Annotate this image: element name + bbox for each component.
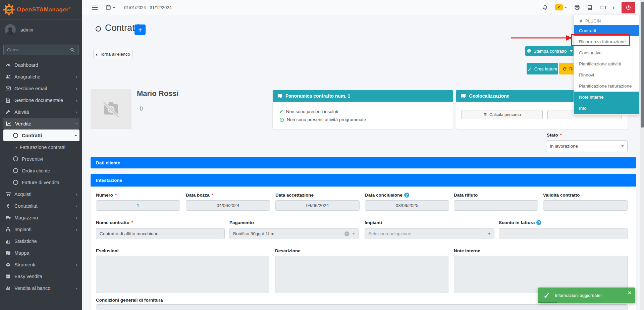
page-title: Contratti [105,23,139,33]
note-interne-label: Note interne [454,248,480,253]
back-to-list-button[interactable]: ‹ Torna all'elenco [93,49,132,59]
search-button[interactable] [66,45,79,55]
chart-line-icon [6,121,12,126]
impianti-add-button[interactable]: + [484,228,494,239]
condizioni-textarea[interactable] [96,304,628,310]
descrizione-label: Descrizione [275,248,301,253]
data-rifiuto-input[interactable] [454,200,538,211]
map-icon [461,93,466,98]
esclusioni-textarea[interactable] [96,256,269,293]
help-icon[interactable]: ? [404,193,409,198]
sidebar-item-dashboard[interactable]: Dashboard [0,59,82,71]
sidebar-item-contabilita[interactable]: € Contabilità ‹ [0,200,82,212]
sidebar-item-contratti[interactable]: Contratti ‹ [3,130,79,141]
date-range[interactable]: 01/01/2024 - 31/12/2024 [124,5,172,10]
sidebar-item-vendite[interactable]: Vendite ‹ [3,118,79,130]
create-invoice-button[interactable]: Crea fattura [527,63,558,74]
sconto-input[interactable] [499,228,628,239]
sidebar-item-attivita[interactable]: Attività ‹ [0,106,82,118]
plugin-item-rinnovi[interactable]: Rinnovi [574,69,639,81]
printer-icon [574,5,580,10]
sidebar-item-mappa[interactable]: Mappa [0,247,82,259]
nome-contratto-input[interactable] [96,228,225,239]
clock-icon [279,117,284,122]
sidebar-item-fatture-di-vendita[interactable]: Fatture di vendita [0,176,82,188]
clear-icon[interactable]: × [344,231,349,236]
plugin-item-note-interne[interactable]: Note interne [574,92,639,103]
app-window: OSM OpenSTAManager® admin Dashboard [0,0,644,310]
sidebar-item-fatturazione-contratti[interactable]: › Fatturazione contratti [0,141,82,153]
sidebar-item-statistiche[interactable]: Statistiche [0,235,82,247]
sidebar-item-magazzino[interactable]: Magazzino ‹ [0,212,82,223]
cart-icon [5,191,11,197]
plugin-item-consuntivo[interactable]: Consuntivo [574,47,639,58]
plugin-item-pianificazione-fatturazione[interactable]: Pianificazione fatturazione [574,81,639,92]
calendar-dropdown[interactable] [106,5,115,10]
record-type-icon [96,26,101,32]
circle-icon [13,180,18,185]
help-icon[interactable]: ? [536,220,541,225]
data-bozza-input[interactable] [186,200,270,211]
print-button[interactable] [574,5,580,10]
status-dropdown[interactable]: ✓ [555,4,567,10]
wrench-icon [5,109,11,115]
sidebar-item-ordini-cliente[interactable]: Ordini cliente [0,165,82,176]
search-input[interactable] [3,45,66,55]
stato-select[interactable]: In lavorazione [546,140,628,152]
sidebar-item-vendita-al-banco[interactable]: Vendita al banco ‹ [0,282,82,294]
print-contract-button[interactable]: Stampa contratto [525,46,574,56]
file-icon [5,98,11,103]
scrollbar-thumb[interactable] [641,2,644,127]
chevron-left-icon: ‹ [76,215,77,220]
validita-input[interactable] [543,200,628,211]
numero-input[interactable] [96,200,180,211]
notifications-button[interactable] [542,5,548,10]
brand[interactable]: OSM OpenSTAManager® [0,0,82,19]
descrizione-textarea[interactable] [275,256,448,293]
section-dati-cliente[interactable]: Dati cliente [91,157,636,168]
sidebar-item-easy-vendita[interactable]: Easy vendita [0,270,82,282]
toast-message: Informazioni aggiornate! [555,293,601,298]
data-accettazione-input[interactable] [275,200,360,211]
plugin-item-pianificazione-attivita[interactable]: Pianificazione attività [574,58,639,69]
power-icon [626,5,631,10]
plugin-dropdown-menu: PLUGIN Contratti Ricorrenza fatturazione… [574,15,639,115]
toast-close-button[interactable]: × [628,290,631,296]
user-row[interactable]: admin [0,19,82,40]
annotation-box [571,34,630,46]
data-bozza-label: Data bozza* [186,193,213,198]
sconto-label: Sconto in fattura? [499,220,541,225]
section-intestazione[interactable]: Intestazione [91,174,636,187]
tachometer-icon [5,62,11,68]
pagamento-select[interactable]: Bonifico 30gg d.f.f.m. × [229,228,359,239]
data-conclusione-input[interactable] [365,200,449,211]
sidebar-item-gestione-email[interactable]: Gestione email ‹ [0,83,82,94]
menu-toggle-button[interactable] [92,4,98,11]
chevron-left-icon: ‹ [76,262,77,267]
logout-button[interactable] [622,2,635,13]
sidebar-item-preventivi[interactable]: Preventivi [0,153,82,165]
plugin-item-info[interactable]: Info [574,103,639,114]
esclusioni-label: Esclusioni [96,248,119,253]
scrollbar-track[interactable] [640,0,644,310]
sidebar-menu: Dashboard Anagrafiche ‹ Gestione email ‹… [0,59,82,294]
shortcuts-button[interactable] [600,5,606,10]
sidebar-item-anagrafiche[interactable]: Anagrafiche ‹ [0,71,82,83]
refresh-icon [562,67,567,71]
sidebar-item-gestione-documentale[interactable]: Gestione documentale ‹ [0,94,82,106]
caret-down-icon [565,7,567,8]
calendar-icon [106,5,111,10]
store-icon [5,274,11,279]
docs-button[interactable] [587,5,593,10]
overview-item: ✓ Non sono presenti insoluti [279,109,338,114]
calculate-route-button[interactable]: Calcola percorso [461,110,543,119]
add-record-button[interactable]: + [135,24,146,35]
info-button[interactable]: i [613,5,614,10]
sidebar-item-impianti[interactable]: Impianti ‹ [0,223,82,235]
impianti-select[interactable]: Seleziona un'opzione [365,228,484,239]
sidebar-item-strumenti[interactable]: Strumenti ‹ [0,259,82,270]
sidebar-item-acquisti[interactable]: Acquisti ‹ [0,188,82,200]
chart-bar-icon [5,239,11,244]
logo-initials: OSM [6,8,12,11]
data-rifiuto-label: Data rifiuto [454,193,478,198]
